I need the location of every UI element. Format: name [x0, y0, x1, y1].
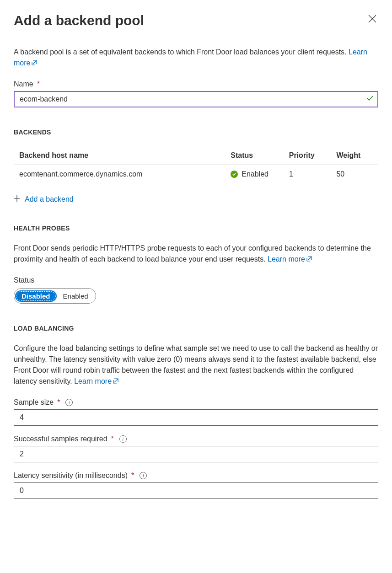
table-row[interactable]: ecomtenant.commerce.dynamics.com Enabled…	[14, 165, 378, 184]
cell-priority: 1	[284, 165, 331, 184]
backends-table: Backend host name Status Priority Weight…	[14, 147, 378, 184]
cell-weight: 50	[331, 165, 378, 184]
info-icon[interactable]: i	[119, 435, 127, 443]
lb-section-header: LOAD BALANCING	[14, 325, 378, 332]
successful-samples-label: Successful samples required* i	[14, 435, 378, 443]
backends-section-header: BACKENDS	[14, 129, 378, 136]
health-learn-more-link[interactable]: Learn more	[268, 255, 312, 263]
cell-status: Enabled	[225, 165, 284, 184]
page-title: Add a backend pool	[14, 13, 144, 28]
health-desc: Front Door sends periodic HTTP/HTTPS pro…	[14, 243, 378, 265]
external-link-icon	[31, 58, 38, 69]
col-status[interactable]: Status	[225, 147, 284, 165]
cell-host: ecomtenant.commerce.dynamics.com	[14, 165, 225, 184]
sample-size-label: Sample size* i	[14, 398, 378, 407]
toggle-enabled[interactable]: Enabled	[57, 290, 95, 302]
status-enabled-icon	[231, 171, 238, 178]
close-button[interactable]	[366, 13, 378, 25]
health-section-header: HEALTH PROBES	[14, 225, 378, 232]
external-link-icon	[306, 254, 312, 265]
required-indicator: *	[111, 435, 114, 443]
col-priority[interactable]: Priority	[284, 147, 331, 165]
toggle-disabled[interactable]: Disabled	[15, 290, 57, 302]
col-host[interactable]: Backend host name	[14, 147, 225, 165]
check-icon	[366, 95, 374, 104]
name-label: Name*	[14, 80, 378, 88]
successful-samples-input[interactable]	[14, 446, 378, 462]
lb-desc: Configure the load balancing settings to…	[14, 343, 378, 387]
required-indicator: *	[131, 471, 134, 480]
status-label: Status	[14, 276, 378, 284]
latency-label: Latency sensitivity (in milliseconds)* i	[14, 471, 378, 480]
latency-input[interactable]	[14, 482, 378, 499]
close-icon	[368, 15, 376, 23]
col-weight[interactable]: Weight	[331, 147, 378, 165]
info-icon[interactable]: i	[140, 472, 147, 479]
intro-text: A backend pool is a set of equivalent ba…	[14, 47, 378, 69]
required-indicator: *	[57, 398, 60, 407]
sample-size-input[interactable]	[14, 409, 378, 426]
lb-learn-more-link[interactable]: Learn more	[74, 377, 119, 385]
info-icon[interactable]: i	[65, 399, 73, 406]
status-toggle: Disabled Enabled	[14, 288, 96, 304]
external-link-icon	[113, 376, 119, 387]
add-backend-button[interactable]: Add a backend	[14, 195, 74, 203]
required-indicator: *	[37, 80, 40, 88]
plus-icon	[14, 195, 20, 203]
name-input[interactable]	[14, 91, 378, 107]
